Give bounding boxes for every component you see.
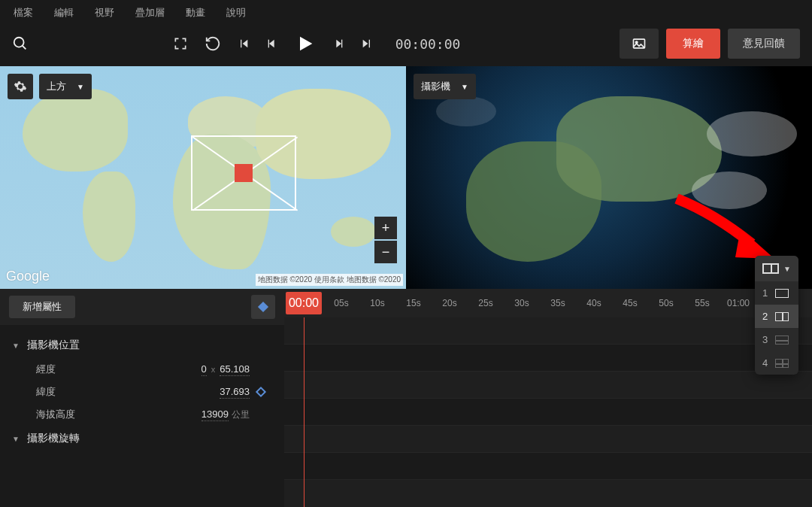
skip-end-icon[interactable]: [361, 38, 373, 50]
image-button[interactable]: [620, 29, 659, 59]
ruler-tick[interactable]: 55s: [684, 298, 720, 308]
menu-animation[interactable]: 動畫: [186, 6, 205, 20]
latitude-label: 緯度: [36, 385, 220, 399]
collapse-icon: ▼: [12, 435, 20, 443]
svg-line-1: [23, 46, 26, 50]
prev-frame-icon[interactable]: [266, 38, 278, 50]
search-icon[interactable]: [12, 35, 29, 52]
add-attribute-button[interactable]: 新增屬性: [9, 296, 75, 318]
longitude-row: 經度 0 x 65.108: [0, 358, 284, 381]
ruler-tick[interactable]: 10s: [359, 298, 395, 308]
two-pane-icon: [775, 312, 789, 321]
ruler-tick[interactable]: 45s: [612, 298, 648, 308]
timeline-tracks[interactable]: [284, 317, 812, 507]
altitude-label: 海拔高度: [36, 408, 201, 421]
camera-view[interactable]: 攝影機▼: [406, 66, 812, 289]
layout-icon: [762, 263, 779, 274]
next-frame-icon[interactable]: [332, 38, 344, 50]
three-pane-icon: [775, 335, 789, 345]
camera-position-group[interactable]: ▼ 攝影機位置: [0, 332, 284, 358]
properties-panel: 新增屬性 ▼ 攝影機位置 經度 0 x 65.108 緯度 37.693: [0, 289, 284, 507]
playhead-marker[interactable]: 00:00: [286, 292, 322, 314]
collapse-icon: ▼: [12, 342, 20, 350]
camera-rotation-group[interactable]: ▼ 攝影機旋轉: [0, 426, 284, 451]
chevron-down-icon: ▼: [461, 83, 468, 91]
layout-option-4[interactable]: 4: [755, 351, 798, 375]
layout-panel: ▼ 1 2 3 4: [755, 256, 798, 375]
ruler-tick[interactable]: 30s: [504, 298, 540, 308]
timeline-ruler[interactable]: 00:00 05s 10s 15s 20s 25s 30s 35s 40s 45…: [284, 289, 812, 317]
ruler-tick[interactable]: 50s: [648, 298, 684, 308]
render-button[interactable]: 算繪: [666, 29, 720, 59]
menu-view[interactable]: 視野: [95, 6, 114, 20]
viewport-container: 上方▼ + − Google 地图数据 ©2020 使用条款 地图数据 ©202…: [0, 66, 812, 289]
menu-overlay[interactable]: 疊加層: [135, 6, 165, 20]
skip-start-icon[interactable]: [238, 38, 250, 50]
bottom-panel: 新增屬性 ▼ 攝影機位置 經度 0 x 65.108 緯度 37.693: [0, 289, 812, 507]
svg-rect-2: [268, 40, 268, 48]
toolbar: 00:00:00 算繪 意見回饋: [0, 24, 812, 66]
altitude-unit: 公里: [232, 408, 250, 421]
menu-bar: 檔案 編輯 視野 疊加層 動畫 說明: [0, 0, 812, 24]
ruler-tick[interactable]: 35s: [540, 298, 576, 308]
loop-icon[interactable]: [205, 35, 221, 52]
single-pane-icon: [775, 289, 789, 298]
top-view[interactable]: 上方▼ + − Google 地图数据 ©2020 使用条款 地图数据 ©202…: [0, 66, 406, 289]
svg-rect-3: [341, 40, 342, 48]
chevron-down-icon: ▼: [77, 83, 84, 91]
camera-target[interactable]: [235, 164, 253, 182]
ruler-tick[interactable]: 15s: [395, 298, 432, 308]
four-pane-icon: [775, 359, 789, 368]
map-attribution: 地图数据 ©2020 使用条款 地图数据 ©2020: [256, 274, 403, 286]
feedback-button[interactable]: 意見回饋: [728, 29, 800, 59]
ruler-tick[interactable]: 01:00: [720, 298, 756, 308]
camera-view-dropdown[interactable]: 攝影機▼: [414, 74, 476, 99]
gear-icon[interactable]: [8, 74, 33, 99]
layout-dropdown-button[interactable]: ▼: [755, 256, 798, 281]
longitude-label: 經度: [36, 363, 201, 376]
zoom-out-button[interactable]: −: [374, 241, 397, 263]
top-view-dropdown[interactable]: 上方▼: [39, 74, 92, 99]
playhead-line[interactable]: [304, 317, 304, 507]
ruler-tick[interactable]: 20s: [432, 298, 468, 308]
layout-option-1[interactable]: 1: [755, 281, 798, 305]
fullscreen-icon[interactable]: [173, 36, 188, 51]
menu-edit[interactable]: 編輯: [54, 6, 74, 20]
timeline-panel[interactable]: 00:00 05s 10s 15s 20s 25s 30s 35s 40s 45…: [284, 289, 812, 507]
play-button[interactable]: [295, 33, 316, 54]
layout-option-3[interactable]: 3: [755, 328, 798, 351]
ruler-tick[interactable]: 40s: [576, 298, 612, 308]
ruler-tick[interactable]: 05s: [323, 298, 359, 308]
layout-option-2[interactable]: 2: [755, 305, 798, 328]
timecode: 00:00:00: [395, 36, 461, 52]
keyframe-toggle[interactable]: [256, 387, 266, 397]
keyframe-all-button[interactable]: [251, 295, 275, 319]
svg-point-0: [14, 38, 24, 47]
longitude-prefix[interactable]: 0: [201, 363, 207, 376]
menu-file[interactable]: 檔案: [14, 6, 33, 20]
ruler-tick[interactable]: 25s: [468, 298, 504, 308]
google-logo: Google: [6, 269, 50, 284]
longitude-value[interactable]: 65.108: [220, 363, 250, 376]
playback-controls: 00:00:00: [173, 33, 461, 54]
altitude-value[interactable]: 13909: [201, 408, 229, 421]
zoom-in-button[interactable]: +: [374, 217, 397, 239]
altitude-row: 海拔高度 13909 公里: [0, 403, 284, 426]
latitude-value[interactable]: 37.693: [220, 386, 250, 399]
chevron-down-icon: ▼: [783, 265, 791, 273]
menu-help[interactable]: 說明: [226, 6, 246, 20]
latitude-row: 緯度 37.693: [0, 381, 284, 403]
